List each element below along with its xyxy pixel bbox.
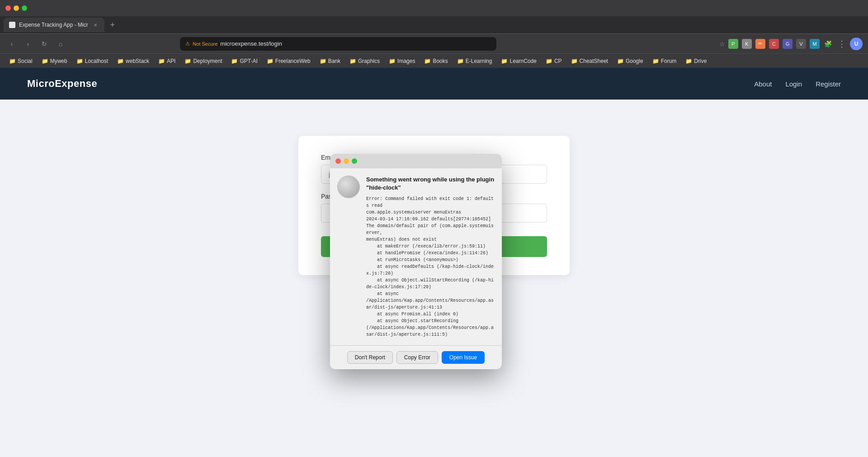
bookmark-label: E-Learning [466,58,492,64]
bookmark-myweb[interactable]: 📁 Myweb [38,57,71,65]
bookmark-label: API [167,58,175,64]
toolbar-right: ☆ P K ✏ C G V M 🧩 [719,38,863,50]
bookmark-label: webStack [126,58,149,64]
copy-error-button[interactable]: Copy Error [396,351,438,364]
bookmark-forum[interactable]: 📁 Forum [649,57,680,65]
address-bar[interactable]: ⚠ Not Secure microexpense.test/login [180,37,496,51]
bookmark-label: GPT-AI [240,58,257,64]
folder-icon: 📁 [571,58,578,64]
nav-link-register[interactable]: Register [816,80,841,88]
folder-icon: 📁 [42,58,48,64]
security-label: Not Secure [193,41,217,47]
dialog-error-text: Error: Command failed with exit code 1: … [366,195,495,338]
error-dialog: Something went wrong while using the plu… [330,154,502,369]
browser-toolbar: ‹ › ↻ ⌂ ⚠ Not Secure microexpense.test/l… [0,33,868,53]
tab-favicon [9,22,15,28]
folder-icon: 📁 [617,58,624,64]
tab-close-button[interactable]: ✕ [92,21,99,29]
dialog-buttons: Don't Report Copy Error Open Issue [330,345,502,369]
forward-button[interactable]: › [22,38,34,50]
bookmark-label: Books [433,58,448,64]
bookmark-social[interactable]: 📁 Social [5,57,36,65]
dialog-titlebar [330,154,502,168]
profile-avatar[interactable]: U [850,38,863,50]
bookmark-books[interactable]: 📁 Books [420,57,451,65]
extension-icon-5[interactable]: G [782,38,793,49]
folder-icon: 📁 [652,58,659,64]
bookmark-label: Graphics [358,58,380,64]
bookmark-images[interactable]: 📁 Images [385,57,419,65]
back-button[interactable]: ‹ [5,38,18,50]
website-content: MicroExpense About Login Register Email … [0,68,868,457]
bookmark-star-icon[interactable]: ☆ [719,40,725,48]
nav-link-about[interactable]: About [754,80,772,88]
extension-icon-6[interactable]: V [796,38,807,49]
folder-icon: 📁 [389,58,396,64]
dialog-app-icon [337,176,360,198]
minimize-window-button[interactable] [14,5,19,11]
bookmark-deployment[interactable]: 📁 Deployment [181,57,226,65]
extension-icon-2[interactable]: K [741,38,752,49]
browser-tab[interactable]: Expense Tracking App - Micr ✕ [4,18,104,32]
dialog-close-button[interactable] [335,158,341,164]
bookmark-bank[interactable]: 📁 Bank [316,57,344,65]
bookmark-label: Images [397,58,415,64]
browser-frame: Expense Tracking App - Micr ✕ + ‹ › ↻ ⌂ … [0,0,868,68]
bookmark-gptai[interactable]: 📁 GPT-AI [227,57,261,65]
bookmark-label: Forum [661,58,677,64]
extensions-button[interactable]: 🧩 [823,38,834,49]
folder-icon: 📁 [231,58,238,64]
tab-bar: Expense Tracking App - Micr ✕ + [0,16,868,33]
extension-icon-4[interactable]: C [769,38,779,49]
bookmarks-bar: 📁 Social 📁 Myweb 📁 Localhost 📁 webStack … [0,53,868,68]
bookmark-cheatsheet[interactable]: 📁 CheatSheet [567,57,612,65]
folder-icon: 📁 [184,58,191,64]
folder-icon: 📁 [158,58,165,64]
bookmark-elearning[interactable]: 📁 E-Learning [453,57,496,65]
folder-icon: 📁 [320,58,326,64]
bookmark-label: Google [626,58,643,64]
bookmark-freelanceweb[interactable]: 📁 FreelanceWeb [263,57,314,65]
site-nav-links: About Login Register [754,80,841,88]
extension-icon-1[interactable]: P [728,38,739,49]
bookmark-label: CP [554,58,562,64]
bookmark-webstack[interactable]: 📁 webStack [113,57,153,65]
url-display[interactable]: microexpense.test/login [220,40,282,47]
folder-icon: 📁 [424,58,431,64]
dialog-minimize-button[interactable] [344,158,349,164]
nav-link-login[interactable]: Login [785,80,802,88]
site-logo: MicroExpense [27,78,97,90]
extension-icon-7[interactable]: M [809,38,820,49]
bookmark-api[interactable]: 📁 API [155,57,179,65]
folder-icon: 📁 [267,58,274,64]
bookmark-drive[interactable]: 📁 Drive [682,57,710,65]
dialog-title: Something went wrong while using the plu… [366,176,495,192]
new-tab-button[interactable]: + [106,19,119,31]
traffic-lights [5,5,27,11]
dialog-maximize-button[interactable] [352,158,357,164]
extensions-button2[interactable]: ⋮ [836,38,847,49]
bookmark-localhost[interactable]: 📁 Localhost [73,57,112,65]
home-button[interactable]: ⌂ [54,38,67,50]
dialog-content: Something went wrong while using the plu… [366,176,495,338]
bookmark-label: Myweb [50,58,67,64]
bookmark-learncode[interactable]: 📁 LearnCode [497,57,540,65]
bookmark-google[interactable]: 📁 Google [613,57,647,65]
bookmark-cp[interactable]: 📁 CP [542,57,566,65]
refresh-button[interactable]: ↻ [38,38,51,50]
folder-icon: 📁 [685,58,692,64]
bookmark-label: Localhost [85,58,108,64]
dont-report-button[interactable]: Don't Report [347,351,393,364]
open-issue-button[interactable]: Open Issue [442,351,485,364]
maximize-window-button[interactable] [22,5,27,11]
folder-icon: 📁 [457,58,464,64]
dialog-body: Something went wrong while using the plu… [330,168,502,345]
bookmark-label: LearnCode [509,58,536,64]
close-window-button[interactable] [5,5,11,11]
folder-icon: 📁 [501,58,508,64]
folder-icon: 📁 [9,58,16,64]
extension-icon-3[interactable]: ✏ [755,38,766,49]
folder-icon: 📁 [349,58,356,64]
security-icon: ⚠ [185,41,190,47]
bookmark-graphics[interactable]: 📁 Graphics [346,57,383,65]
